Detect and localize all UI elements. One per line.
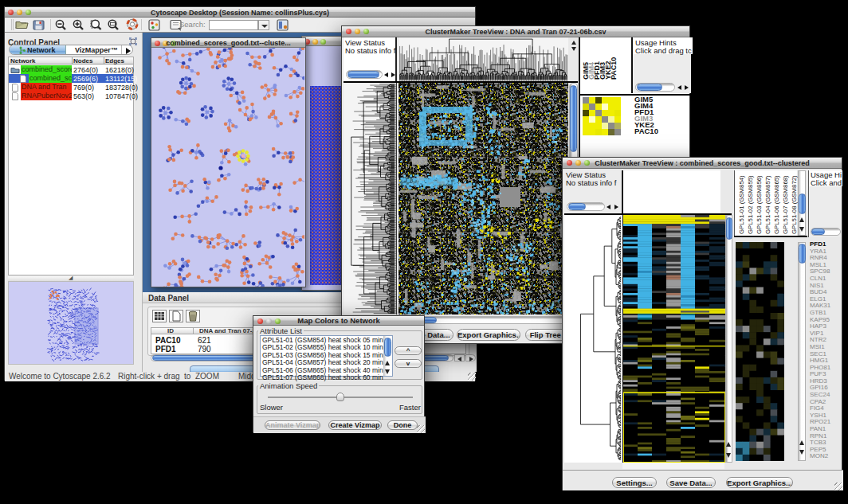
svg-text:Search:: Search: <box>179 20 206 29</box>
